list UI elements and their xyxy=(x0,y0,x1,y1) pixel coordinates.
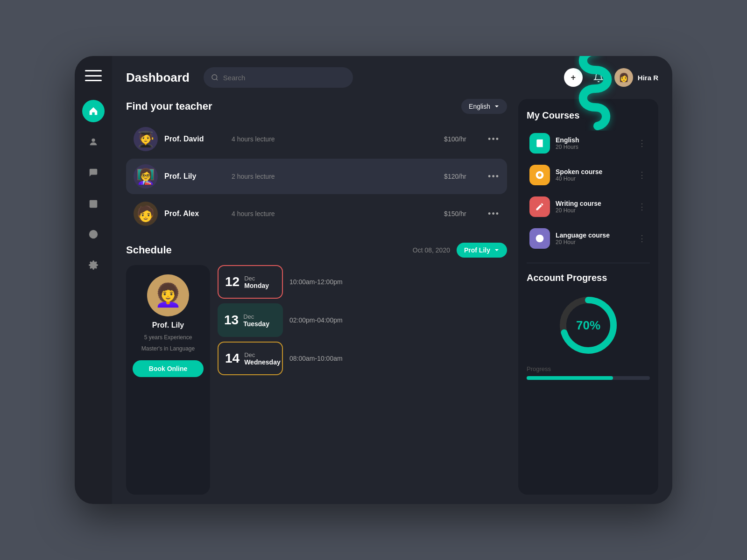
search-input[interactable] xyxy=(223,74,345,82)
course-more-language[interactable]: ⋮ xyxy=(638,233,647,244)
sidebar-item-user[interactable] xyxy=(82,131,105,153)
more-button-alex[interactable]: ••• xyxy=(488,209,500,219)
donut-container: 70% xyxy=(527,293,650,358)
teacher-name-lily: Prof. Lily xyxy=(164,172,225,181)
course-info-writing: Writing course 20 Hour xyxy=(556,200,632,214)
prof-dropdown[interactable]: Prof Lily xyxy=(457,243,507,258)
schedule-item[interactable]: 12 Dec Monday 10:00am-12:00pm xyxy=(218,265,507,299)
menu-icon[interactable] xyxy=(85,70,102,81)
more-button-david[interactable]: ••• xyxy=(488,134,500,144)
course-list: English 20 Hours ⋮ Spoken course 40 Hour xyxy=(527,128,650,253)
schedule-weekday-14: Wednesday xyxy=(244,358,281,366)
progress-label: Progress xyxy=(527,365,650,372)
schedule-section: Schedule Oct 08, 2020 Prof Lily 👩‍🦱 Prof… xyxy=(126,243,507,495)
user-profile[interactable]: 👩 Hira R xyxy=(614,68,658,87)
schedule-date-box-14: 14 Dec Wednesday xyxy=(218,342,283,375)
schedule-time-14: 08:00am-10:00am xyxy=(289,355,343,362)
teacher-avatar-alex: 🧑 xyxy=(134,202,158,226)
search-bar[interactable] xyxy=(204,67,353,88)
add-button[interactable]: + xyxy=(564,68,583,87)
prof-card-avatar: 👩‍🦱 xyxy=(147,274,189,316)
find-teacher-title: Find your teacher xyxy=(126,100,212,112)
prof-card-experience: 5 years Experience xyxy=(144,334,192,341)
divider xyxy=(527,263,650,263)
user-name: Hira R xyxy=(638,74,658,82)
donut-chart: 70% xyxy=(556,293,621,358)
search-icon xyxy=(211,74,218,81)
svg-point-0 xyxy=(92,139,95,142)
sidebar-item-settings[interactable] xyxy=(82,254,105,276)
language-filter[interactable]: English xyxy=(461,99,507,114)
teacher-name-alex: Prof. Alex xyxy=(164,210,225,218)
course-more-writing[interactable]: ⋮ xyxy=(638,202,647,212)
course-icon-english xyxy=(529,133,550,154)
teacher-row[interactable]: 🧑 Prof. Alex 4 hours lecture $150/hr ••• xyxy=(126,196,507,231)
schedule-month-14: Dec xyxy=(244,351,281,358)
schedule-header: Schedule Oct 08, 2020 Prof Lily xyxy=(126,243,507,258)
body-layout: Find your teacher English 🧑‍🎓 Prof. Davi… xyxy=(112,99,672,504)
teacher-price-david: $100/hr xyxy=(444,135,481,143)
teacher-price-lily: $120/hr xyxy=(444,173,481,180)
teacher-avatar-lily: 👩‍🏫 xyxy=(134,164,158,189)
find-teacher-section: Find your teacher English 🧑‍🎓 Prof. Davi… xyxy=(126,99,507,231)
header: Dashboard + 👩 Hira R xyxy=(112,56,672,99)
donut-percent-label: 70% xyxy=(576,318,600,333)
svg-rect-1 xyxy=(90,200,98,208)
teacher-detail-david: 4 hours lecture xyxy=(232,135,437,143)
schedule-day-12: 12 xyxy=(225,274,240,289)
prof-dropdown-label: Prof Lily xyxy=(464,246,490,254)
course-info-language: Language course 20 Hour xyxy=(556,231,632,245)
teacher-avatar-david: 🧑‍🎓 xyxy=(134,127,158,151)
sidebar-item-clock[interactable] xyxy=(82,223,105,245)
schedule-month-12: Dec xyxy=(244,275,269,282)
schedule-day-14: 14 xyxy=(225,351,240,366)
course-item-spoken[interactable]: Spoken course 40 Hour ⋮ xyxy=(527,160,650,190)
course-icon-spoken xyxy=(529,165,550,185)
course-icon-language xyxy=(529,228,550,249)
course-item-english[interactable]: English 20 Hours ⋮ xyxy=(527,128,650,158)
find-teacher-header: Find your teacher English xyxy=(126,99,507,114)
left-panel: Find your teacher English 🧑‍🎓 Prof. Davi… xyxy=(126,99,507,495)
schedule-date: Oct 08, 2020 xyxy=(413,246,450,254)
course-name-writing: Writing course xyxy=(556,200,632,207)
sidebar-item-calendar[interactable] xyxy=(82,192,105,215)
notification-dot xyxy=(601,71,605,75)
schedule-day-13: 13 xyxy=(224,313,239,328)
schedule-title: Schedule xyxy=(126,244,172,256)
course-item-language[interactable]: Language course 20 Hour ⋮ xyxy=(527,224,650,253)
more-button-lily[interactable]: ••• xyxy=(488,172,500,182)
teacher-name-david: Prof. David xyxy=(164,135,225,143)
schedule-item[interactable]: 13 Dec Tuesday 02:00pm-04:00pm xyxy=(218,303,507,337)
sidebar-nav xyxy=(82,100,105,490)
right-panel: My Courses English 20 Hours ⋮ xyxy=(518,99,658,495)
book-online-button[interactable]: Book Online xyxy=(133,360,204,377)
tablet-frame: Dashboard + 👩 Hira R xyxy=(75,56,672,504)
course-name-spoken: Spoken course xyxy=(556,168,632,175)
sidebar xyxy=(75,56,112,504)
schedule-month-13: Dec xyxy=(243,313,269,320)
prof-card-degree: Master's in Language xyxy=(141,345,195,352)
progress-bar-fill xyxy=(527,376,613,380)
teacher-row[interactable]: 🧑‍🎓 Prof. David 4 hours lecture $100/hr … xyxy=(126,121,507,157)
course-name-language: Language course xyxy=(556,231,632,239)
sidebar-item-chat[interactable] xyxy=(82,161,105,184)
teacher-price-alex: $150/hr xyxy=(444,210,481,217)
schedule-time-12: 10:00am-12:00pm xyxy=(289,278,343,286)
schedule-time-13: 02:00pm-04:00pm xyxy=(289,316,343,324)
course-hours-spoken: 40 Hour xyxy=(556,175,632,182)
teacher-detail-lily: 2 hours lecture xyxy=(232,173,437,180)
course-more-spoken[interactable]: ⋮ xyxy=(638,170,647,180)
sidebar-item-home[interactable] xyxy=(82,100,105,122)
my-courses-title: My Courses xyxy=(527,110,650,121)
schedule-items: 12 Dec Monday 10:00am-12:00pm xyxy=(218,265,507,495)
schedule-item[interactable]: 14 Dec Wednesday 08:00am-10:00am xyxy=(218,342,507,375)
prof-card: 👩‍🦱 Prof. Lily 5 years Experience Master… xyxy=(126,265,210,495)
header-actions: + 👩 Hira R xyxy=(564,68,658,87)
teacher-row[interactable]: 👩‍🏫 Prof. Lily 2 hours lecture $120/hr •… xyxy=(126,159,507,194)
course-hours-language: 20 Hour xyxy=(556,239,632,245)
schedule-weekday-12: Monday xyxy=(244,282,269,289)
notification-button[interactable] xyxy=(589,68,608,87)
course-more-english[interactable]: ⋮ xyxy=(638,138,647,148)
course-item-writing[interactable]: Writing course 20 Hour ⋮ xyxy=(527,192,650,222)
course-hours-english: 20 Hours xyxy=(556,144,632,150)
